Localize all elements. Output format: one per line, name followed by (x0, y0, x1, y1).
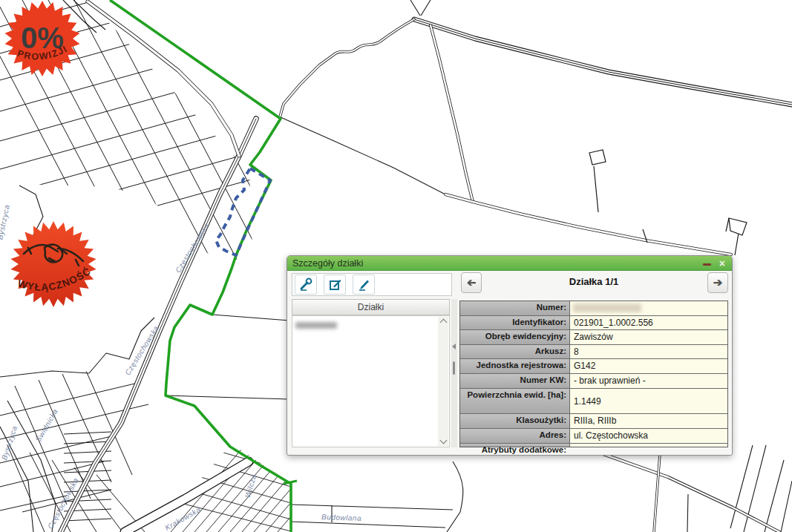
table-row: Numer: (460, 301, 727, 315)
panel-splitter[interactable] (451, 299, 457, 447)
scroll-down-icon[interactable] (439, 437, 447, 444)
parcel-attributes-table: Numer: Identyfikator: 021901_1.0002.556 … (459, 301, 728, 447)
table-row: Arkusz: 8 (460, 344, 727, 358)
attr-label: Arkusz: (460, 345, 570, 358)
attr-value: ul. Częstochowska (570, 429, 727, 443)
attr-label: Powierzchnia ewid. [ha]: (460, 389, 570, 413)
attr-value: 1.1449 (570, 389, 727, 413)
table-row: Powierzchnia ewid. [ha]: 1.1449 (460, 388, 727, 413)
parcel-list[interactable] (292, 315, 450, 447)
parcel-list-header: Działki (292, 299, 450, 315)
attr-value: 8 (570, 345, 727, 358)
locate-parcel-button[interactable] (295, 275, 317, 295)
table-row: Numer KW: - brak uprawnień - (460, 373, 727, 388)
attr-label: Atrybuty dodatkowe: (460, 444, 570, 447)
locate-parcel-icon (299, 278, 313, 292)
minimize-button[interactable] (703, 263, 711, 266)
table-row: Obręb ewidencyjny: Zawiszów (460, 329, 727, 344)
arrow-left-icon: ➔ (467, 276, 477, 289)
table-row: Klasoużytki: RIIIa, RIIIb (460, 413, 727, 428)
table-row: Identyfikator: 021901_1.0002.556 (460, 315, 727, 329)
attr-value: Zawiszów (570, 330, 727, 344)
arrow-right-icon: ➔ (713, 276, 723, 289)
attr-value: 021901_1.0002.556 (570, 316, 727, 329)
attr-label: Jednostka rejestrowa: (460, 359, 570, 373)
cadastral-map-app: { "map": { "colors": {"boundary_green": … (0, 0, 792, 532)
scroll-up-icon[interactable] (439, 319, 447, 326)
table-row: Jednostka rejestrowa: G142 (460, 358, 727, 373)
edit-attributes-icon (328, 278, 342, 292)
parcel-list-item-redacted[interactable] (295, 322, 337, 329)
attr-label: Adres: (460, 429, 570, 443)
parcel-pager-label: Działka 1/1 (482, 276, 706, 287)
attr-label: Identyfikator: (460, 316, 570, 329)
attr-value: - brak uprawnień - (570, 374, 727, 388)
attr-value: G142 (570, 359, 727, 373)
attr-label: Klasoużytki: (460, 414, 570, 428)
edit-attributes-button[interactable] (324, 275, 346, 295)
dialog-titlebar[interactable]: Szczegóły działki × (287, 256, 732, 271)
redacted-value (573, 303, 641, 312)
street-label: Budowlana (321, 513, 361, 522)
previous-parcel-button[interactable]: ➔ (461, 272, 482, 293)
draw-icon (357, 278, 371, 292)
attr-value: RIIIa, RIIIb (570, 414, 727, 428)
attr-label: Obręb ewidencyjny: (460, 330, 570, 344)
dialog-title: Szczegóły działki (292, 258, 363, 269)
collapse-left-icon[interactable] (452, 344, 456, 349)
splitter-grip[interactable] (453, 361, 455, 375)
attr-label: Numer KW: (460, 374, 570, 388)
table-row: Adres: ul. Częstochowska (460, 428, 727, 443)
parcel-list-scrollbar[interactable] (438, 317, 448, 446)
attr-value (570, 301, 727, 315)
attr-label: Numer: (460, 301, 570, 315)
parcel-toolbar (292, 273, 452, 296)
table-row: Atrybuty dodatkowe: (460, 443, 727, 447)
close-button[interactable]: × (719, 258, 725, 269)
next-parcel-button[interactable]: ➔ (707, 272, 728, 293)
parcel-details-dialog: Szczegóły działki × (287, 255, 733, 456)
draw-button[interactable] (353, 275, 375, 295)
attr-value (570, 444, 727, 447)
